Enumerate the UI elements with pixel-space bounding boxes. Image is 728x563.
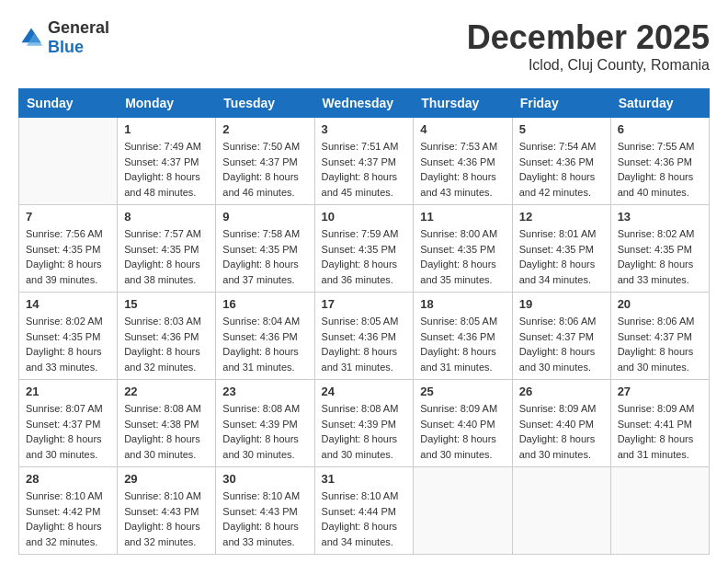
calendar-day-cell: [414, 467, 512, 555]
day-info: Sunrise: 8:01 AMSunset: 4:35 PMDaylight:…: [519, 226, 604, 287]
calendar-week-row: 21Sunrise: 8:07 AMSunset: 4:37 PMDayligh…: [19, 380, 710, 467]
day-number: 24: [322, 385, 407, 398]
day-number: 1: [124, 122, 209, 136]
day-info: Sunrise: 8:08 AMSunset: 4:39 PMDaylight:…: [322, 401, 407, 462]
day-number: 6: [618, 122, 702, 136]
calendar-week-row: 14Sunrise: 8:02 AMSunset: 4:35 PMDayligh…: [19, 293, 710, 380]
day-number: 4: [420, 122, 505, 136]
day-info: Sunrise: 7:50 AMSunset: 4:37 PMDaylight:…: [222, 139, 307, 200]
calendar-day-cell: 14Sunrise: 8:02 AMSunset: 4:35 PMDayligh…: [19, 293, 118, 380]
day-info: Sunrise: 8:02 AMSunset: 4:35 PMDaylight:…: [618, 226, 702, 287]
calendar-table: SundayMondayTuesdayWednesdayThursdayFrid…: [18, 88, 710, 555]
day-info: Sunrise: 8:08 AMSunset: 4:39 PMDaylight:…: [222, 401, 307, 462]
day-number: 15: [124, 297, 209, 311]
day-number: 11: [420, 210, 505, 224]
calendar-day-cell: 13Sunrise: 8:02 AMSunset: 4:35 PMDayligh…: [610, 205, 709, 293]
day-info: Sunrise: 7:58 AMSunset: 4:35 PMDaylight:…: [222, 226, 307, 287]
day-number: 19: [519, 297, 604, 311]
day-info: Sunrise: 7:55 AMSunset: 4:36 PMDaylight:…: [618, 139, 702, 200]
calendar-day-cell: 2Sunrise: 7:50 AMSunset: 4:37 PMDaylight…: [216, 118, 314, 205]
day-number: 3: [322, 122, 407, 136]
day-info: Sunrise: 7:53 AMSunset: 4:36 PMDaylight:…: [420, 139, 505, 200]
day-info: Sunrise: 8:00 AMSunset: 4:35 PMDaylight:…: [420, 226, 505, 287]
day-info: Sunrise: 7:54 AMSunset: 4:36 PMDaylight:…: [519, 139, 604, 200]
calendar-day-cell: 3Sunrise: 7:51 AMSunset: 4:37 PMDaylight…: [314, 118, 414, 205]
calendar-day-header: Thursday: [414, 89, 512, 118]
calendar-day-cell: [19, 118, 118, 205]
day-number: 7: [26, 210, 110, 224]
calendar-day-cell: 16Sunrise: 8:04 AMSunset: 4:36 PMDayligh…: [216, 293, 314, 380]
calendar-day-cell: 26Sunrise: 8:09 AMSunset: 4:40 PMDayligh…: [512, 380, 610, 467]
day-info: Sunrise: 7:51 AMSunset: 4:37 PMDaylight:…: [322, 139, 407, 200]
day-info: Sunrise: 8:04 AMSunset: 4:36 PMDaylight:…: [222, 314, 307, 374]
calendar-day-cell: 10Sunrise: 7:59 AMSunset: 4:35 PMDayligh…: [314, 205, 414, 293]
calendar-day-header: Wednesday: [314, 89, 414, 118]
month-title: December 2025: [467, 18, 710, 57]
logo: General Blue: [18, 18, 109, 57]
calendar-day-cell: 31Sunrise: 8:10 AMSunset: 4:44 PMDayligh…: [314, 467, 414, 555]
calendar-day-cell: 12Sunrise: 8:01 AMSunset: 4:35 PMDayligh…: [512, 205, 610, 293]
day-info: Sunrise: 8:10 AMSunset: 4:43 PMDaylight:…: [222, 488, 307, 549]
day-info: Sunrise: 8:05 AMSunset: 4:36 PMDaylight:…: [420, 314, 505, 374]
day-number: 8: [124, 210, 209, 224]
day-info: Sunrise: 8:05 AMSunset: 4:36 PMDaylight:…: [322, 314, 407, 374]
calendar-week-row: 28Sunrise: 8:10 AMSunset: 4:42 PMDayligh…: [19, 467, 710, 555]
day-info: Sunrise: 8:10 AMSunset: 4:42 PMDaylight:…: [26, 488, 110, 549]
calendar-day-cell: 29Sunrise: 8:10 AMSunset: 4:43 PMDayligh…: [118, 467, 216, 555]
day-info: Sunrise: 7:57 AMSunset: 4:35 PMDaylight:…: [124, 226, 209, 287]
day-number: 27: [618, 385, 702, 398]
day-info: Sunrise: 8:09 AMSunset: 4:40 PMDaylight:…: [420, 401, 505, 462]
day-number: 14: [26, 297, 110, 311]
calendar-day-cell: 5Sunrise: 7:54 AMSunset: 4:36 PMDaylight…: [512, 118, 610, 205]
title-area: December 2025 Iclod, Cluj County, Romani…: [467, 18, 710, 74]
day-number: 2: [222, 122, 307, 136]
calendar-day-cell: 11Sunrise: 8:00 AMSunset: 4:35 PMDayligh…: [414, 205, 512, 293]
logo-text-blue: Blue: [48, 38, 84, 56]
day-info: Sunrise: 8:08 AMSunset: 4:38 PMDaylight:…: [124, 401, 209, 462]
day-number: 10: [322, 210, 407, 224]
calendar-day-cell: [512, 467, 610, 555]
calendar-day-cell: 30Sunrise: 8:10 AMSunset: 4:43 PMDayligh…: [216, 467, 314, 555]
day-info: Sunrise: 8:09 AMSunset: 4:41 PMDaylight:…: [618, 401, 702, 462]
calendar-day-header: Monday: [118, 89, 216, 118]
calendar-week-row: 7Sunrise: 7:56 AMSunset: 4:35 PMDaylight…: [19, 205, 710, 293]
calendar-day-cell: 20Sunrise: 8:06 AMSunset: 4:37 PMDayligh…: [610, 293, 709, 380]
day-number: 23: [222, 385, 307, 398]
calendar-day-cell: 9Sunrise: 7:58 AMSunset: 4:35 PMDaylight…: [216, 205, 314, 293]
calendar-day-cell: 7Sunrise: 7:56 AMSunset: 4:35 PMDaylight…: [19, 205, 118, 293]
day-info: Sunrise: 8:07 AMSunset: 4:37 PMDaylight:…: [26, 401, 110, 462]
day-number: 26: [519, 385, 604, 398]
calendar-day-header: Sunday: [19, 89, 118, 118]
day-number: 9: [222, 210, 307, 224]
day-number: 21: [26, 385, 110, 398]
day-number: 17: [322, 297, 407, 311]
day-info: Sunrise: 7:49 AMSunset: 4:37 PMDaylight:…: [124, 139, 209, 200]
day-number: 25: [420, 385, 505, 398]
day-number: 30: [222, 472, 307, 486]
day-number: 16: [222, 297, 307, 311]
calendar-day-cell: 4Sunrise: 7:53 AMSunset: 4:36 PMDaylight…: [414, 118, 512, 205]
calendar-day-cell: 8Sunrise: 7:57 AMSunset: 4:35 PMDaylight…: [118, 205, 216, 293]
calendar-day-cell: 24Sunrise: 8:08 AMSunset: 4:39 PMDayligh…: [314, 380, 414, 467]
day-info: Sunrise: 7:56 AMSunset: 4:35 PMDaylight:…: [26, 226, 110, 287]
day-info: Sunrise: 8:06 AMSunset: 4:37 PMDaylight:…: [618, 314, 702, 374]
calendar-day-cell: 23Sunrise: 8:08 AMSunset: 4:39 PMDayligh…: [216, 380, 314, 467]
calendar-day-cell: 27Sunrise: 8:09 AMSunset: 4:41 PMDayligh…: [610, 380, 709, 467]
day-info: Sunrise: 8:10 AMSunset: 4:44 PMDaylight:…: [322, 488, 407, 549]
logo-text-general: General: [48, 18, 109, 37]
day-info: Sunrise: 7:59 AMSunset: 4:35 PMDaylight:…: [322, 226, 407, 287]
calendar-day-cell: 22Sunrise: 8:08 AMSunset: 4:38 PMDayligh…: [118, 380, 216, 467]
location-title: Iclod, Cluj County, Romania: [467, 57, 710, 74]
day-number: 29: [124, 472, 209, 486]
calendar-day-cell: 28Sunrise: 8:10 AMSunset: 4:42 PMDayligh…: [19, 467, 118, 555]
day-info: Sunrise: 8:03 AMSunset: 4:36 PMDaylight:…: [124, 314, 209, 374]
logo-icon: [18, 25, 44, 51]
day-number: 28: [26, 472, 110, 486]
calendar-day-cell: 15Sunrise: 8:03 AMSunset: 4:36 PMDayligh…: [118, 293, 216, 380]
day-info: Sunrise: 8:10 AMSunset: 4:43 PMDaylight:…: [124, 488, 209, 549]
calendar-day-header: Friday: [512, 89, 610, 118]
calendar-day-header: Tuesday: [216, 89, 314, 118]
day-number: 5: [519, 122, 604, 136]
calendar-day-cell: 19Sunrise: 8:06 AMSunset: 4:37 PMDayligh…: [512, 293, 610, 380]
day-number: 18: [420, 297, 505, 311]
